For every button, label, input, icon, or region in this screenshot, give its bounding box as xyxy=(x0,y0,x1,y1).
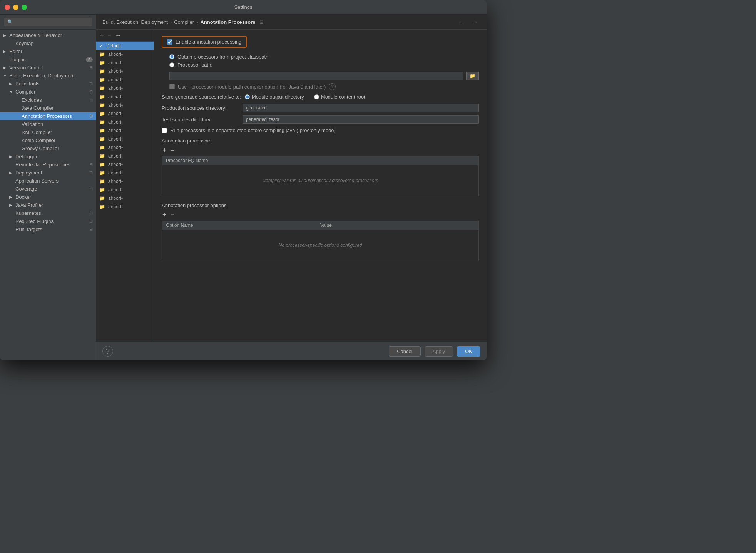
expand-arrow: ▶ xyxy=(3,33,9,37)
repo-icon: ⊞ xyxy=(89,211,93,216)
ok-button[interactable]: OK xyxy=(457,346,480,357)
sidebar-item-keymap[interactable]: Keymap xyxy=(0,39,96,47)
module-item[interactable]: 📁 airport- xyxy=(96,169,154,177)
main-panel: + − → ✓ Default 📁 airport- xyxy=(96,30,487,342)
module-item-label: airport- xyxy=(108,102,123,108)
module-item[interactable]: 📁 airport- xyxy=(96,75,154,84)
sidebar-item-version-control[interactable]: ▶ Version Control ⊞ xyxy=(0,64,96,72)
folder-icon: 📁 xyxy=(99,187,105,193)
sidebar-item-application-servers[interactable]: Application Servers xyxy=(0,177,96,185)
add-module-button[interactable]: + xyxy=(99,32,104,39)
production-sources-row: Production sources directory: xyxy=(162,104,479,112)
sidebar-item-rmi-compiler[interactable]: RMI Compiler xyxy=(0,128,96,136)
module-item[interactable]: 📁 airport- xyxy=(96,160,154,169)
breadcrumb-collapse-icon[interactable]: ⊟ xyxy=(259,19,264,25)
browse-folder-button[interactable]: 📁 xyxy=(466,72,479,80)
sidebar-item-plugins[interactable]: Plugins 2 xyxy=(0,55,96,64)
sidebar-item-coverage[interactable]: Coverage ⊞ xyxy=(0,185,96,193)
module-item[interactable]: 📁 airport- xyxy=(96,92,154,101)
sidebar-item-label: Keymap xyxy=(15,40,93,46)
repo-icon: ⊞ xyxy=(89,162,93,167)
processor-path-input-row: 📁 xyxy=(169,72,479,80)
module-item[interactable]: 📁 airport- xyxy=(96,152,154,160)
sidebar-item-groovy-compiler[interactable]: Groovy Compiler xyxy=(0,144,96,152)
module-item[interactable]: 📁 airport- xyxy=(96,109,154,118)
module-item[interactable]: 📁 airport- xyxy=(96,143,154,152)
module-output-radio[interactable] xyxy=(245,94,250,99)
sidebar-item-annotation-processors[interactable]: Annotation Processors ⊞ xyxy=(0,112,96,120)
test-sources-label: Test sources directory: xyxy=(162,117,239,122)
sidebar-item-label: Application Servers xyxy=(15,178,93,184)
sidebar-item-debugger[interactable]: ▶ Debugger xyxy=(0,152,96,161)
folder-icon: 📁 xyxy=(99,119,105,125)
remove-processor-button[interactable]: − xyxy=(170,147,176,154)
help-icon[interactable]: ? xyxy=(329,83,336,90)
module-item[interactable]: 📁 airport- xyxy=(96,101,154,109)
run-processors-label: Run processors in a separate step before… xyxy=(170,127,336,133)
folder-icon: 📁 xyxy=(99,52,105,57)
sidebar-item-editor[interactable]: ▶ Editor xyxy=(0,47,96,55)
help-button[interactable]: ? xyxy=(102,346,113,357)
module-item[interactable]: 📁 airport- xyxy=(96,126,154,135)
sidebar-item-appearance-behavior[interactable]: ▶ Appearance & Behavior xyxy=(0,31,96,39)
processor-path-radio[interactable] xyxy=(169,62,174,67)
expand-arrow: ▶ xyxy=(3,65,9,70)
nav-forward-button[interactable]: → xyxy=(470,18,480,26)
nav-back-button[interactable]: ← xyxy=(456,18,467,26)
module-item[interactable]: 📁 airport- xyxy=(96,194,154,203)
module-item[interactable]: 📁 airport- xyxy=(96,203,154,211)
copy-module-button[interactable]: → xyxy=(114,32,122,39)
sidebar-item-remote-jar-repos[interactable]: Remote Jar Repositories ⊞ xyxy=(0,161,96,169)
sidebar-item-java-profiler[interactable]: ▶ Java Profiler xyxy=(0,201,96,209)
sidebar-item-validation[interactable]: Validation xyxy=(0,120,96,128)
module-item[interactable]: 📁 airport- xyxy=(96,186,154,194)
settings-panel: Enable annotation processing Obtain proc… xyxy=(154,30,487,342)
maximize-button[interactable] xyxy=(22,5,27,10)
sidebar-item-compiler[interactable]: ▼ Compiler ⊞ xyxy=(0,88,96,96)
module-item[interactable]: 📁 airport- xyxy=(96,50,154,59)
module-item[interactable]: 📁 airport- xyxy=(96,59,154,67)
sidebar-item-kotlin-compiler[interactable]: Kotlin Compiler xyxy=(0,136,96,144)
cancel-button[interactable]: Cancel xyxy=(389,346,420,357)
minimize-button[interactable] xyxy=(13,5,18,10)
module-item[interactable]: 📁 airport- xyxy=(96,177,154,186)
sidebar-item-build-execution-deployment[interactable]: ▼ Build, Execution, Deployment xyxy=(0,72,96,80)
sidebar-item-run-targets[interactable]: Run Targets ⊞ xyxy=(0,225,96,233)
sidebar-item-build-tools[interactable]: ▶ Build Tools ⊞ xyxy=(0,80,96,88)
close-button[interactable] xyxy=(5,5,10,10)
module-item-label: airport- xyxy=(108,170,123,176)
add-processor-button[interactable]: + xyxy=(162,147,167,154)
sidebar-item-excludes[interactable]: Excludes ⊞ xyxy=(0,96,96,104)
module-item-default[interactable]: ✓ Default xyxy=(96,42,154,50)
search-input[interactable] xyxy=(4,18,92,26)
production-sources-input[interactable] xyxy=(243,104,479,112)
obtain-processors-radio[interactable] xyxy=(169,54,174,59)
test-sources-input[interactable] xyxy=(243,115,479,124)
module-content-radio[interactable] xyxy=(314,94,319,99)
module-item[interactable]: 📁 airport- xyxy=(96,135,154,143)
sidebar-item-kubernetes[interactable]: Kubernetes ⊞ xyxy=(0,209,96,217)
folder-icon: 📁 xyxy=(99,204,105,209)
module-item[interactable]: 📁 airport- xyxy=(96,67,154,75)
expand-arrow: ▼ xyxy=(9,90,15,94)
use-processor-module-checkbox[interactable] xyxy=(169,84,175,89)
module-item-label: airport- xyxy=(108,196,123,201)
plugins-badge: 2 xyxy=(86,57,93,62)
module-item[interactable]: 📁 airport- xyxy=(96,84,154,92)
remove-option-button[interactable]: − xyxy=(170,211,176,218)
module-item[interactable]: 📁 airport- xyxy=(96,118,154,126)
module-output-label: Module output directory xyxy=(252,94,304,100)
sidebar-item-deployment[interactable]: ▶ Deployment ⊞ xyxy=(0,169,96,177)
sidebar-item-docker[interactable]: ▶ Docker xyxy=(0,193,96,201)
enable-annotation-processing-checkbox[interactable] xyxy=(167,39,172,45)
enable-annotation-processing-wrapper: Enable annotation processing xyxy=(162,36,247,48)
remove-module-button[interactable]: − xyxy=(107,32,112,39)
apply-button[interactable]: Apply xyxy=(425,346,453,357)
processor-path-input[interactable] xyxy=(169,72,463,80)
sidebar-item-required-plugins[interactable]: Required Plugins ⊞ xyxy=(0,217,96,225)
run-processors-checkbox[interactable] xyxy=(162,128,167,133)
add-option-button[interactable]: + xyxy=(162,211,167,218)
use-processor-module-label: Use --processor-module-path compiler opt… xyxy=(178,84,326,90)
sidebar-item-java-compiler[interactable]: Java Compiler xyxy=(0,104,96,112)
obtain-processors-row: Obtain processors from project classpath xyxy=(169,54,479,60)
